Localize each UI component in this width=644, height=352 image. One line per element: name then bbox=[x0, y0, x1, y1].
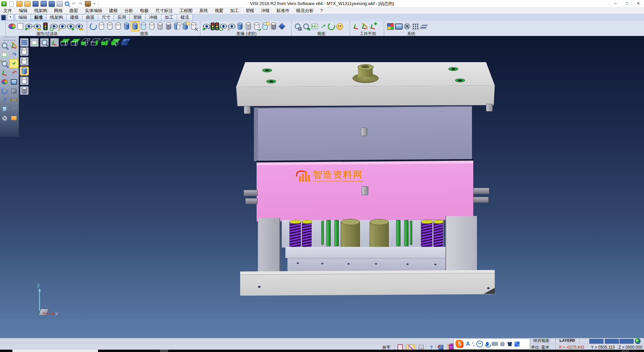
status-color-field-1[interactable] bbox=[589, 339, 603, 344]
show-add-icon[interactable] bbox=[24, 22, 33, 31]
shaded-display-icon[interactable] bbox=[122, 22, 131, 31]
sogou-logo-icon[interactable]: S bbox=[455, 340, 464, 348]
open-project-icon[interactable] bbox=[10, 114, 18, 122]
copy-attributes-icon[interactable] bbox=[16, 22, 24, 31]
minimize-button[interactable]: – bbox=[610, 0, 621, 7]
close-button[interactable]: × bbox=[633, 0, 644, 7]
multi-body-display-icon[interactable] bbox=[173, 22, 181, 31]
top-clamp-plate-front-face[interactable] bbox=[236, 85, 495, 106]
status-color-field-3[interactable] bbox=[620, 339, 634, 344]
tab-wireframe[interactable]: 线架构 bbox=[46, 14, 67, 21]
tab-surface[interactable]: 曲面 bbox=[82, 14, 98, 21]
delete-trash-icon[interactable] bbox=[0, 105, 9, 113]
support-cylinder[interactable] bbox=[341, 221, 360, 248]
skin-icon[interactable] bbox=[507, 342, 512, 346]
side-guide-pin[interactable] bbox=[245, 198, 258, 204]
isometric-view-cube-icon[interactable] bbox=[60, 38, 69, 47]
context-help-icon[interactable]: ? bbox=[0, 96, 9, 104]
workplane-edit-icon[interactable] bbox=[360, 22, 369, 31]
hatch-display-icon[interactable] bbox=[156, 22, 164, 31]
grid-snap-icon[interactable] bbox=[411, 22, 420, 31]
solid-view-icon[interactable] bbox=[236, 22, 244, 31]
explode-assembly-icon[interactable] bbox=[437, 345, 444, 350]
shaded-mode-icon[interactable] bbox=[20, 67, 29, 75]
fit-selection-icon[interactable] bbox=[0, 50, 9, 59]
sprue-bushing-bore[interactable] bbox=[361, 65, 369, 68]
attribute-painter-icon[interactable] bbox=[0, 78, 9, 86]
zoom-dynamic-icon[interactable]: ± bbox=[0, 59, 9, 68]
new-file-icon[interactable] bbox=[9, 1, 14, 7]
menu-stamping[interactable]: 冲模 bbox=[258, 8, 273, 14]
side-guide-pin[interactable] bbox=[244, 190, 258, 196]
flat-display-icon[interactable] bbox=[148, 22, 156, 31]
status-help-icon[interactable]: ? bbox=[428, 345, 435, 350]
hide-all-icon[interactable] bbox=[75, 22, 83, 31]
menu-solid-edit[interactable]: 实体编辑 bbox=[82, 8, 106, 14]
toggle-visibility-icon[interactable]: ± bbox=[58, 22, 66, 31]
color-palette-grid-icon[interactable] bbox=[386, 22, 394, 31]
graphics-viewport[interactable]: ↷ ± ↶ ? ↶ bbox=[0, 36, 644, 338]
solid-diamond-icon[interactable] bbox=[278, 22, 286, 31]
shaded-view-cube-icon[interactable] bbox=[121, 38, 129, 47]
return-spring[interactable] bbox=[433, 221, 443, 247]
ejector-pin[interactable] bbox=[396, 220, 400, 246]
tab-flow[interactable]: 模流 bbox=[177, 14, 193, 21]
tab-standard[interactable]: 标准 bbox=[31, 14, 47, 21]
left-support-pillar[interactable] bbox=[258, 218, 280, 272]
layers-icon[interactable] bbox=[420, 22, 428, 31]
shaded-edges-display-icon[interactable] bbox=[131, 22, 139, 31]
status-color-field-2[interactable] bbox=[605, 339, 619, 344]
sketch-curve-icon[interactable]: ↶ bbox=[10, 69, 18, 77]
erase-entity-icon[interactable] bbox=[10, 41, 18, 50]
regen-graphics-icon[interactable] bbox=[89, 22, 97, 31]
maximize-button[interactable]: □ bbox=[621, 0, 633, 7]
menu-system[interactable]: 系统 bbox=[196, 8, 211, 14]
toolbox-icon[interactable] bbox=[515, 342, 520, 347]
striped-body-icon[interactable] bbox=[269, 22, 278, 31]
menu-drawing[interactable]: 工程图 bbox=[176, 8, 196, 14]
view-menu-icon[interactable] bbox=[20, 38, 29, 47]
center-screw[interactable] bbox=[362, 186, 368, 195]
menu-mesh[interactable]: 网格 bbox=[51, 8, 66, 14]
soft-keyboard-icon[interactable] bbox=[492, 342, 498, 346]
shaded-edge-mode-icon[interactable] bbox=[20, 77, 29, 85]
bottom-clamp-plate[interactable] bbox=[240, 273, 495, 296]
zoom-view-icon[interactable] bbox=[40, 38, 49, 47]
navigation-wheel-icon[interactable] bbox=[0, 114, 9, 122]
center-screw[interactable] bbox=[361, 128, 367, 136]
hatched-mode-icon[interactable] bbox=[20, 86, 29, 95]
menu-analysis[interactable]: 分析 bbox=[121, 8, 137, 14]
punctuation-mode-icon[interactable]: ’, bbox=[472, 341, 474, 347]
right-support-pillar[interactable] bbox=[445, 216, 477, 272]
side-guide-pin[interactable] bbox=[473, 188, 489, 194]
pan-view-icon[interactable]: ↗ bbox=[319, 22, 327, 31]
tab-edit[interactable]: 编辑 bbox=[15, 14, 31, 21]
menu-help[interactable]: ? bbox=[317, 8, 326, 14]
bolt-hole[interactable] bbox=[262, 69, 272, 72]
save-as-icon[interactable] bbox=[41, 1, 47, 7]
panel-drag-handle[interactable] bbox=[3, 37, 15, 41]
taskbar-search-box[interactable] bbox=[12, 350, 98, 352]
entity-filter-lights-icon[interactable] bbox=[211, 22, 219, 31]
print-preview-icon[interactable] bbox=[65, 1, 69, 6]
regen-view-icon[interactable] bbox=[0, 87, 9, 95]
menu-wireframe[interactable]: 线架构 bbox=[31, 8, 51, 14]
workplane-align-icon[interactable] bbox=[369, 22, 377, 31]
support-cylinder[interactable] bbox=[370, 221, 389, 248]
ejector-pin-thin[interactable] bbox=[321, 221, 324, 245]
save-icon[interactable] bbox=[33, 1, 39, 7]
toggle-entities-icon[interactable]: ± bbox=[227, 22, 236, 31]
bolt-hole[interactable] bbox=[266, 80, 276, 83]
confirm-check-icon[interactable] bbox=[10, 59, 18, 68]
return-spring[interactable] bbox=[289, 221, 301, 247]
fit-view-icon[interactable] bbox=[30, 38, 39, 47]
rotate-view-icon[interactable] bbox=[327, 22, 335, 31]
tab-stamping[interactable]: 冲模 bbox=[145, 14, 161, 21]
wireframe-mode-icon[interactable] bbox=[20, 47, 29, 56]
hidden-line-mode-icon[interactable] bbox=[20, 57, 29, 65]
menu-electrode[interactable]: 电极 bbox=[137, 8, 152, 14]
tab-modeling[interactable]: 建模 bbox=[66, 14, 83, 21]
taskbar-button[interactable] bbox=[160, 350, 168, 352]
workplane-axes-icon[interactable] bbox=[352, 22, 360, 31]
import-file-icon[interactable] bbox=[24, 1, 31, 7]
